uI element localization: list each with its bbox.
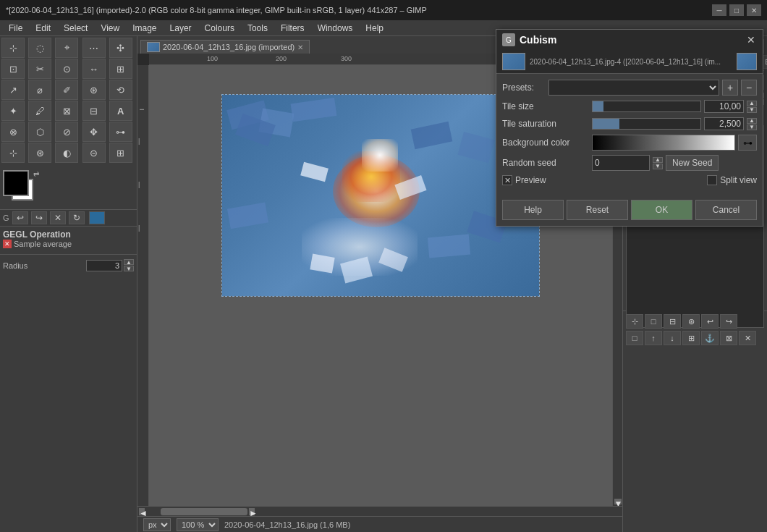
pencil-tool[interactable]: ✐: [55, 80, 78, 100]
preset-remove-btn[interactable]: −: [741, 80, 757, 96]
radius-down-btn[interactable]: ▼: [124, 266, 134, 271]
menu-image[interactable]: Image: [127, 22, 162, 35]
menu-windows[interactable]: Windows: [312, 22, 359, 35]
transform-tool[interactable]: ↗: [1, 80, 25, 100]
new-seed-btn[interactable]: New Seed: [666, 155, 719, 171]
right-tool-2[interactable]: □: [645, 314, 662, 329]
right-tool-1[interactable]: ⊹: [626, 314, 643, 329]
move-tool[interactable]: ✣: [109, 38, 132, 58]
perspective-tool[interactable]: ⌀: [28, 80, 51, 100]
bucket-fill-tool[interactable]: ⬡: [28, 122, 51, 142]
heal-tool[interactable]: ⊠: [55, 101, 78, 121]
split-view-checkbox-label[interactable]: Split view: [707, 175, 757, 185]
preview-checkbox[interactable]: ✕: [502, 175, 512, 185]
zoom-tool[interactable]: ✥: [82, 122, 106, 142]
paths-tool[interactable]: ⊹: [1, 143, 25, 163]
cancel-btn[interactable]: Cancel: [695, 200, 757, 220]
redo-btn[interactable]: ↪: [31, 211, 47, 224]
minimize-btn[interactable]: ─: [712, 4, 726, 16]
undo-btn[interactable]: ↩: [12, 211, 28, 224]
menu-view[interactable]: View: [95, 22, 125, 35]
tile-size-up[interactable]: ▲: [747, 101, 757, 106]
zoom-select[interactable]: 100 %: [177, 518, 219, 531]
blur-sharpen-tool[interactable]: ⊛: [28, 143, 51, 163]
random-seed-input[interactable]: [592, 155, 650, 171]
cubism-dialog-icon: G: [502, 33, 515, 46]
reset-btn[interactable]: Reset: [567, 200, 628, 220]
rect-select-tool[interactable]: ⊡: [1, 59, 25, 79]
close-btn[interactable]: ✕: [747, 4, 761, 16]
airbrush-tool[interactable]: ✦: [1, 101, 25, 121]
preset-add-btn[interactable]: +: [722, 80, 738, 96]
scrollbar-left-arrow[interactable]: ◄: [139, 508, 145, 515]
split-view-checkbox[interactable]: [707, 175, 717, 185]
tile-sat-up[interactable]: ▲: [747, 118, 757, 124]
menu-layer[interactable]: Layer: [164, 22, 198, 35]
commit-btn[interactable]: ↻: [69, 211, 85, 224]
ellipse-select-tool[interactable]: ◌: [28, 38, 51, 58]
foreground-select-tool[interactable]: ⊙: [55, 59, 78, 79]
tile-saturation-input[interactable]: [704, 117, 744, 130]
presets-select[interactable]: [548, 80, 719, 96]
right-tool-3[interactable]: ⊟: [664, 314, 681, 329]
foreground-color-swatch[interactable]: [3, 170, 29, 196]
clone-tool[interactable]: ⊟: [82, 101, 106, 121]
eraser-tool[interactable]: ⟲: [109, 80, 132, 100]
new-file-tool[interactable]: ⊹: [1, 38, 25, 58]
measure-tool[interactable]: ⊶: [109, 122, 132, 142]
scrollbar-thumb-h[interactable]: [161, 508, 247, 515]
radius-up-btn[interactable]: ▲: [124, 259, 134, 265]
seed-down-btn[interactable]: ▼: [653, 164, 663, 169]
gradient-tool[interactable]: ⊗: [1, 122, 25, 142]
maximize-btn[interactable]: □: [729, 4, 744, 16]
menu-help[interactable]: Help: [360, 22, 389, 35]
smudge-tool[interactable]: ⊝: [82, 143, 106, 163]
menu-select[interactable]: Select: [58, 22, 93, 35]
color-swatches[interactable]: ⇄: [3, 170, 39, 206]
seed-up-btn[interactable]: ▲: [653, 157, 663, 163]
dialog-titlebar[interactable]: G Cubism ✕: [496, 30, 763, 50]
dialog-close-btn[interactable]: ✕: [745, 34, 757, 46]
radius-input[interactable]: [86, 260, 122, 271]
desaturate-tool[interactable]: ⊞: [109, 143, 132, 163]
unit-select[interactable]: px: [143, 518, 171, 531]
crop-tool[interactable]: ⊞: [109, 59, 132, 79]
bg-color-preview[interactable]: [592, 135, 735, 151]
canvas-tab-close[interactable]: ✕: [297, 43, 303, 51]
tile-size-fill: [593, 101, 603, 111]
bg-color-eyedropper-btn[interactable]: ⊶: [738, 135, 757, 151]
right-tool-6[interactable]: ↪: [720, 314, 737, 329]
menu-colours[interactable]: Colours: [199, 22, 240, 35]
ok-btn[interactable]: OK: [631, 200, 692, 220]
text-tool[interactable]: A: [109, 101, 132, 121]
menu-edit[interactable]: Edit: [30, 22, 56, 35]
menu-filters[interactable]: Filters: [275, 22, 310, 35]
align-tool[interactable]: ↔: [82, 59, 106, 79]
tile-size-input[interactable]: [704, 100, 744, 113]
sample-close-btn[interactable]: ✕: [3, 240, 12, 248]
tile-size-down[interactable]: ▼: [747, 107, 757, 113]
fuzzy-select-tool[interactable]: ⋯: [82, 38, 106, 58]
ruler-vmark2: |: [138, 138, 140, 145]
paintbrush-tool[interactable]: ⊛: [82, 80, 106, 100]
swap-colors-icon[interactable]: ⇄: [33, 170, 39, 178]
scissors-tool[interactable]: ✂: [28, 59, 51, 79]
dodge-burn-tool[interactable]: ◐: [55, 143, 78, 163]
menu-file[interactable]: File: [3, 22, 28, 35]
scrollbar-horizontal[interactable]: ◄ ►: [137, 506, 622, 516]
ink-tool[interactable]: 🖊: [28, 101, 51, 121]
scrollbar-down-arrow[interactable]: ▼: [614, 499, 622, 504]
cancel-undo-btn[interactable]: ✕: [50, 211, 66, 224]
canvas-tab-main[interactable]: 2020-06-04_12h13_16.jpg (imported) ✕: [140, 40, 310, 54]
tile-size-slider[interactable]: [592, 101, 701, 112]
menu-tools[interactable]: Tools: [242, 22, 274, 35]
right-tool-5[interactable]: ↩: [701, 314, 719, 329]
tile-saturation-slider[interactable]: [592, 118, 701, 130]
scrollbar-right-arrow[interactable]: ►: [249, 508, 255, 515]
right-tool-4[interactable]: ⊛: [682, 314, 700, 329]
tile-sat-down[interactable]: ▼: [747, 124, 757, 130]
color-picker-tool[interactable]: ⊘: [55, 122, 78, 142]
help-btn[interactable]: Help: [502, 200, 564, 220]
free-select-tool[interactable]: ⌖: [55, 38, 78, 58]
preview-checkbox-label[interactable]: ✕ Preview: [502, 175, 546, 185]
